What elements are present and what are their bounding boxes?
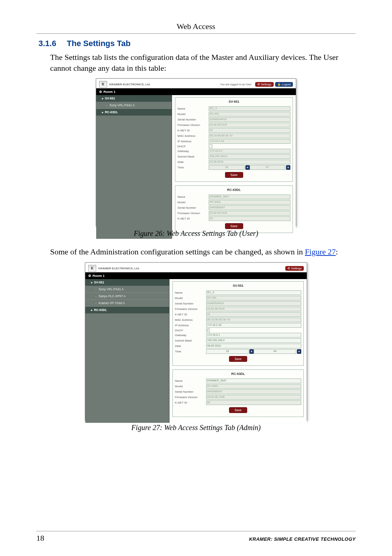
subnet-field[interactable]: 255.255.240.0 bbox=[206, 338, 301, 343]
save-button[interactable]: Save bbox=[225, 223, 243, 229]
name-label: Name bbox=[175, 291, 206, 294]
serial-label: Serial Number bbox=[177, 206, 209, 209]
firmware-label: Firmware Version bbox=[175, 307, 206, 311]
date-field: 02.09.2010 bbox=[209, 160, 290, 164]
device-sidebar: SV-551 Sony VPL-PX41 A RC-63DL bbox=[96, 95, 172, 239]
brand-text: KRAMER ELECTRONICS, Ltd. bbox=[109, 83, 151, 86]
sidebar-item-sony[interactable]: Sony VPL-PX41 A bbox=[85, 286, 169, 293]
para-2-text-a: Some of the Administration configuration… bbox=[50, 247, 305, 256]
settings-main: SV-551 NameRC_3 ModelRC-551 Serial Numbe… bbox=[170, 279, 307, 423]
mac-field: 00-10-56-00-3e-7d bbox=[206, 318, 301, 322]
date-label: Date bbox=[177, 160, 209, 164]
date-field[interactable]: 06.09.2010 bbox=[206, 344, 301, 348]
sidebar-item-label: Sanyo PLC-XP57 A bbox=[99, 294, 126, 298]
logout-button[interactable]: Logout bbox=[275, 82, 293, 87]
model-label: Model bbox=[177, 201, 209, 204]
time-hour-stepper: ▾ bbox=[245, 165, 250, 170]
time-min-field[interactable]: 49 bbox=[254, 349, 296, 354]
figure-27-link[interactable]: Figure 27 bbox=[305, 247, 336, 256]
section-title: The Settings Tab bbox=[67, 39, 131, 48]
panel-rc63dl: RC-63DL NameKRAMER_3047 ModelRC-63DL Ser… bbox=[175, 185, 293, 233]
save-button[interactable]: Save bbox=[225, 172, 243, 178]
brand-text: KRAMER ELECTRONICS, Ltd. bbox=[98, 267, 140, 270]
sidebar-item-rc63dl[interactable]: RC-63DL bbox=[96, 109, 172, 116]
name-field[interactable]: RC_3 bbox=[206, 290, 301, 295]
app-header: K KRAMER ELECTRONICS, Ltd. Settings bbox=[85, 263, 307, 272]
page-footer: 18 KRAMER: SIMPLE CREATIVE TECHNOLOGY bbox=[36, 531, 356, 543]
sidebar-item-label: Kramer VP-724xl A bbox=[99, 301, 125, 305]
serial-label: Serial Number bbox=[175, 302, 206, 305]
firmware-label: Firmware Version bbox=[177, 123, 209, 127]
panel-sv551: SV-551 NameRC_3 ModelRC-551 Serial Numbe… bbox=[175, 97, 293, 182]
dhcp-label: DHCP bbox=[177, 145, 209, 148]
gear-icon bbox=[88, 274, 93, 278]
sidebar-item-rc63dl[interactable]: RC-63DL bbox=[85, 307, 169, 314]
figure-26-caption: Figure 26: Web Access Settings Tab (User… bbox=[36, 229, 356, 238]
gear-icon bbox=[287, 267, 290, 270]
sidebar-item-sv551[interactable]: SV-551 bbox=[96, 95, 172, 102]
time-min-stepper[interactable]: ▾ bbox=[297, 349, 301, 354]
model-label: Model bbox=[177, 113, 209, 116]
save-button[interactable]: Save bbox=[229, 356, 247, 362]
time-min-stepper: ▾ bbox=[286, 165, 290, 170]
firmware-field: 03.02.00.1100 bbox=[206, 395, 301, 400]
sidebar-item-label: RC-63DL bbox=[94, 308, 107, 312]
mac-field: 00-10-56-00-3e-7d bbox=[209, 134, 290, 138]
name-field: RC_3 bbox=[209, 106, 290, 111]
serial-field: 01000524610 bbox=[209, 117, 290, 122]
name-label: Name bbox=[175, 379, 206, 383]
model-field: RC-63DL bbox=[209, 200, 290, 205]
serial-field: 0492085047 bbox=[209, 205, 290, 210]
settings-button[interactable]: Settings bbox=[255, 82, 274, 87]
sidebar-item-label: SV-551 bbox=[105, 97, 115, 100]
ip-field[interactable]: 172.16.2.32 bbox=[206, 323, 301, 328]
name-label: Name bbox=[177, 195, 209, 199]
time-hour-stepper[interactable]: ▾ bbox=[249, 349, 254, 354]
knet-label: K-NET ID bbox=[177, 129, 209, 132]
knet-label: K-NET ID bbox=[175, 313, 206, 316]
panel-title: RC-63DL bbox=[177, 187, 290, 194]
ip-field: 172.16.2.32 bbox=[209, 139, 290, 144]
ip-label: IP Address bbox=[177, 140, 209, 143]
panel-sv551: SV-551 NameRC_3 ModelRC-551 Serial Numbe… bbox=[172, 281, 304, 366]
time-hour-field[interactable]: 18 bbox=[206, 349, 249, 354]
panel-title: SV-551 bbox=[177, 99, 290, 106]
logout-label: Logout bbox=[282, 83, 291, 86]
firmware-field: 03.02.00.9124 bbox=[206, 307, 301, 311]
model-field: RC-551 bbox=[206, 296, 301, 301]
sidebar-item-kramer-vp[interactable]: Kramer VP-724xl A bbox=[85, 300, 169, 307]
section-heading: 3.1.6 The Settings Tab bbox=[36, 39, 356, 48]
logo-icon: K bbox=[99, 81, 107, 87]
knet-field: 02 bbox=[209, 216, 290, 221]
room-label: Room 1 bbox=[103, 90, 115, 94]
serial-label: Serial Number bbox=[175, 390, 206, 393]
expand-icon bbox=[91, 308, 93, 312]
room-bar[interactable]: Room 1 bbox=[85, 272, 307, 279]
knet-label: K-NET ID bbox=[175, 401, 206, 404]
sidebar-item-sv551[interactable]: SV-551 bbox=[85, 279, 169, 286]
room-bar[interactable]: Room 1 bbox=[96, 88, 296, 95]
knet-field: 02 bbox=[206, 400, 301, 405]
gear-icon bbox=[99, 90, 103, 94]
sidebar-item-sanyo[interactable]: Sanyo PLC-XP57 A bbox=[85, 293, 169, 300]
device-icon bbox=[95, 287, 97, 291]
room-label: Room 1 bbox=[93, 274, 105, 278]
settings-label: Settings bbox=[291, 267, 302, 270]
time-hour-field: 16 bbox=[209, 165, 245, 170]
time-label: Time bbox=[175, 350, 206, 353]
device-icon bbox=[106, 103, 108, 107]
figure-26-screenshot: K KRAMER ELECTRONICS, Ltd. You are logge… bbox=[96, 78, 296, 226]
save-button[interactable]: Save bbox=[229, 407, 247, 413]
figure-27-caption: Figure 27: Web Access Settings Tab (Admi… bbox=[36, 424, 356, 432]
name-field[interactable]: KRAMER_3047 bbox=[206, 379, 301, 383]
sidebar-item-sony[interactable]: Sony VPL-PX41 A bbox=[96, 102, 172, 109]
firmware-label: Firmware Version bbox=[177, 212, 209, 215]
gateway-field: 172.16.0.1 bbox=[209, 149, 290, 154]
login-note: You are logged in as User bbox=[220, 83, 252, 86]
settings-button[interactable]: Settings bbox=[285, 266, 304, 271]
app-header: K KRAMER ELECTRONICS, Ltd. You are logge… bbox=[96, 79, 296, 88]
sidebar-item-label: RC-63DL bbox=[105, 110, 118, 114]
dhcp-checkbox[interactable] bbox=[206, 328, 210, 332]
logo-icon: K bbox=[88, 265, 96, 271]
gateway-field[interactable]: 172.16.0.1 bbox=[206, 333, 301, 338]
